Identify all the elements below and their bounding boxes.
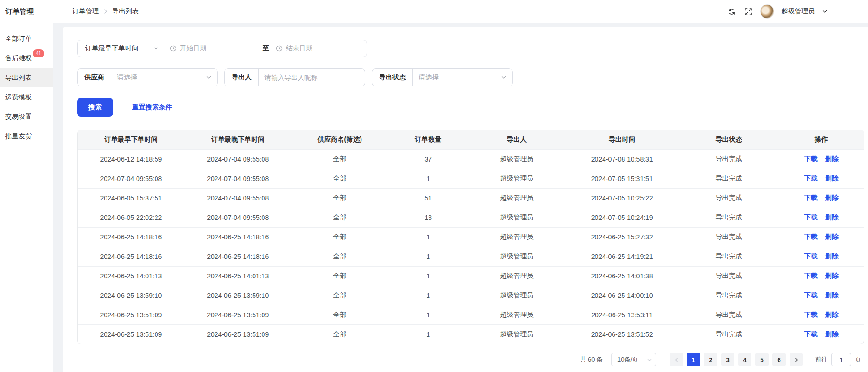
date-type-select[interactable]: 订单最早下单时间 xyxy=(78,40,165,57)
cell-export-status: 导出完成 xyxy=(679,286,779,305)
cell-order-count: 1 xyxy=(388,305,468,324)
download-link[interactable]: 下载 xyxy=(804,252,818,260)
content-area: 订单最早下单时间 开始日期 至 结束日期 xyxy=(53,23,868,372)
cell-earliest-time: 2024-07-04 09:55:08 xyxy=(78,169,185,188)
user-name[interactable]: 超级管理员 xyxy=(781,7,815,16)
cell-latest-time: 2024-06-25 13:51:09 xyxy=(185,305,292,324)
download-link[interactable]: 下载 xyxy=(804,311,818,318)
column-header: 操作 xyxy=(779,130,864,149)
end-date-placeholder: 结束日期 xyxy=(286,44,312,53)
page-number-button[interactable]: 3 xyxy=(721,353,734,366)
avatar[interactable] xyxy=(760,4,774,19)
page-number-button[interactable]: 1 xyxy=(687,353,700,366)
prev-page-button[interactable] xyxy=(670,353,683,366)
search-button[interactable]: 搜索 xyxy=(77,98,113,117)
cell-export-time: 2024-06-25 14:19:21 xyxy=(565,247,679,266)
cell-supplier: 全部 xyxy=(292,169,388,188)
download-link[interactable]: 下载 xyxy=(804,330,818,338)
cell-actions: 下载 删除 xyxy=(779,266,864,286)
download-link[interactable]: 下载 xyxy=(804,233,818,240)
exporter-input[interactable] xyxy=(259,69,365,86)
delete-link[interactable]: 删除 xyxy=(825,330,839,338)
chevron-down-icon[interactable] xyxy=(822,9,828,14)
export-status-select[interactable]: 请选择 xyxy=(413,69,512,86)
download-link[interactable]: 下载 xyxy=(804,155,818,162)
reset-search-link[interactable]: 重置搜索条件 xyxy=(132,103,172,112)
cell-latest-time: 2024-06-25 13:51:09 xyxy=(185,324,292,344)
sidebar-item-售后维权[interactable]: 售后维权 41 xyxy=(0,48,53,68)
sidebar-item-运费模板[interactable]: 运费模板 xyxy=(0,87,53,107)
next-page-button[interactable] xyxy=(790,353,803,366)
delete-link[interactable]: 删除 xyxy=(825,194,839,201)
delete-link[interactable]: 删除 xyxy=(825,174,839,182)
delete-link[interactable]: 删除 xyxy=(825,291,839,299)
breadcrumb-current: 导出列表 xyxy=(112,7,139,16)
cell-latest-time: 2024-07-04 09:55:08 xyxy=(185,208,292,227)
app-root: 订单管理 全部订单 售后维权 41 导出列表 运费模板 交易设置 批量发货 订单… xyxy=(0,0,868,372)
sidebar-item-label: 交易设置 xyxy=(5,113,32,120)
supplier-placeholder: 请选择 xyxy=(117,73,137,82)
breadcrumb: 订单管理 导出列表 xyxy=(72,7,139,16)
fullscreen-icon[interactable] xyxy=(743,7,753,16)
supplier-select[interactable]: 请选择 xyxy=(111,69,217,86)
delete-link[interactable]: 删除 xyxy=(825,311,839,318)
sidebar-item-批量发货[interactable]: 批量发货 xyxy=(0,126,53,146)
delete-link[interactable]: 删除 xyxy=(825,213,839,221)
goto-suffix: 页 xyxy=(855,355,861,364)
sidebar-item-交易设置[interactable]: 交易设置 xyxy=(0,107,53,126)
download-link[interactable]: 下载 xyxy=(804,272,818,279)
clock-icon xyxy=(170,45,176,52)
cell-latest-time: 2024-06-25 14:01:13 xyxy=(185,266,292,286)
cell-latest-time: 2024-06-25 14:18:16 xyxy=(185,227,292,247)
download-link[interactable]: 下载 xyxy=(804,291,818,299)
end-date-input[interactable]: 结束日期 xyxy=(271,44,367,53)
cell-supplier: 全部 xyxy=(292,188,388,208)
delete-link[interactable]: 删除 xyxy=(825,252,839,260)
cell-supplier: 全部 xyxy=(292,305,388,324)
cell-export-status: 导出完成 xyxy=(679,169,779,188)
delete-link[interactable]: 删除 xyxy=(825,155,839,162)
download-link[interactable]: 下载 xyxy=(804,213,818,221)
cell-export-status: 导出完成 xyxy=(679,247,779,266)
cell-export-time: 2024-07-05 15:31:51 xyxy=(565,169,679,188)
sidebar-item-导出列表[interactable]: 导出列表 xyxy=(0,68,53,87)
cell-export-status: 导出完成 xyxy=(679,227,779,247)
cell-actions: 下载 删除 xyxy=(779,286,864,305)
delete-link[interactable]: 删除 xyxy=(825,272,839,279)
chevron-down-icon xyxy=(153,46,159,51)
goto-page-input[interactable] xyxy=(831,353,851,366)
cell-latest-time: 2024-07-04 09:55:08 xyxy=(185,169,292,188)
column-header: 供应商名(筛选) xyxy=(292,130,388,149)
chevron-down-icon xyxy=(647,357,652,362)
cell-export-time: 2024-06-25 15:27:32 xyxy=(565,227,679,247)
cell-earliest-time: 2024-06-25 13:51:09 xyxy=(78,305,185,324)
cell-export-time: 2024-06-25 14:01:38 xyxy=(565,266,679,286)
cell-actions: 下载 删除 xyxy=(779,149,864,169)
page-number-button[interactable]: 5 xyxy=(755,353,769,366)
sidebar-nav: 全部订单 售后维权 41 导出列表 运费模板 交易设置 批量发货 xyxy=(0,22,53,146)
table-row: 2024-06-25 13:51:09 2024-06-25 13:51:09 … xyxy=(78,324,864,344)
page-number-button[interactable]: 4 xyxy=(738,353,751,366)
actions-row: 搜索 重置搜索条件 xyxy=(77,98,864,117)
sidebar-item-全部订单[interactable]: 全部订单 xyxy=(0,29,53,48)
download-link[interactable]: 下载 xyxy=(804,194,818,201)
breadcrumb-parent[interactable]: 订单管理 xyxy=(72,7,99,16)
download-link[interactable]: 下载 xyxy=(804,174,818,182)
page-size-value: 10条/页 xyxy=(617,355,638,364)
refresh-icon[interactable] xyxy=(727,7,736,16)
cell-actions: 下载 删除 xyxy=(779,247,864,266)
cell-actions: 下载 删除 xyxy=(779,169,864,188)
page-number-button[interactable]: 2 xyxy=(704,353,717,366)
cell-order-count: 1 xyxy=(388,227,468,247)
cell-export-status: 导出完成 xyxy=(679,305,779,324)
column-header: 导出状态 xyxy=(679,130,779,149)
cell-actions: 下载 删除 xyxy=(779,227,864,247)
start-date-input[interactable]: 开始日期 xyxy=(165,44,261,53)
page-size-select[interactable]: 10条/页 xyxy=(611,353,656,366)
table-row: 2024-06-25 14:01:13 2024-06-25 14:01:13 … xyxy=(78,266,864,286)
page-buttons: 1 2 3 4 5 6 xyxy=(687,353,786,366)
page-number-button[interactable]: 6 xyxy=(772,353,786,366)
delete-link[interactable]: 删除 xyxy=(825,233,839,240)
cell-supplier: 全部 xyxy=(292,286,388,305)
cell-exporter: 超级管理员 xyxy=(468,169,565,188)
